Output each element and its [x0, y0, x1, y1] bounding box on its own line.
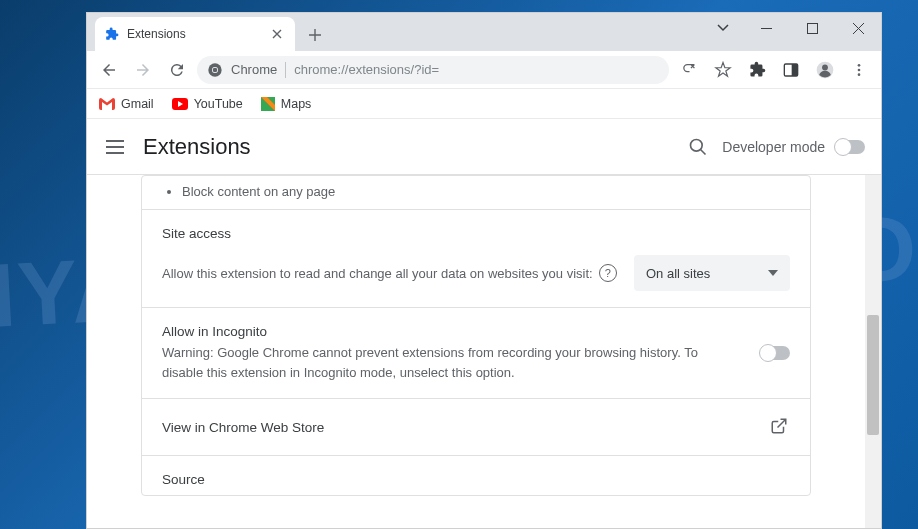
address-bar[interactable]: Chrome chrome://extensions/?id=: [197, 56, 669, 84]
webstore-label: View in Chrome Web Store: [162, 420, 324, 435]
svg-point-13: [691, 139, 703, 151]
site-access-section: Site access Allow this extension to read…: [142, 209, 810, 307]
bookmark-label: Maps: [281, 97, 312, 111]
share-icon[interactable]: [675, 56, 703, 84]
reload-button[interactable]: [163, 56, 191, 84]
gmail-icon: [99, 98, 115, 110]
permissions-section: Block content on any page: [142, 176, 810, 209]
incognito-title: Allow in Incognito: [162, 324, 732, 339]
new-tab-button[interactable]: [301, 21, 329, 49]
bookmark-youtube[interactable]: YouTube: [172, 97, 243, 111]
maps-icon: [261, 97, 275, 111]
titlebar: Extensions: [87, 13, 881, 51]
maximize-button[interactable]: [789, 13, 835, 43]
window-controls: [703, 13, 881, 43]
puzzle-icon: [105, 27, 119, 41]
toolbar: Chrome chrome://extensions/?id=: [87, 51, 881, 89]
content-scroll: Block content on any page Site access Al…: [87, 175, 865, 528]
extensions-header: Extensions Developer mode: [87, 119, 881, 175]
bookmark-label: Gmail: [121, 97, 154, 111]
launch-icon: [770, 417, 790, 437]
webstore-row[interactable]: View in Chrome Web Store: [142, 398, 810, 455]
incognito-desc: Warning: Google Chrome cannot prevent ex…: [162, 343, 732, 382]
bookmark-maps[interactable]: Maps: [261, 97, 312, 111]
svg-point-3: [213, 67, 218, 72]
browser-window: Extensions: [86, 12, 882, 529]
minimize-button[interactable]: [743, 13, 789, 43]
search-icon[interactable]: [684, 133, 712, 161]
chevron-down-icon: [768, 270, 778, 276]
svg-point-8: [858, 64, 861, 67]
hamburger-menu-icon[interactable]: [103, 135, 127, 159]
incognito-section: Allow in Incognito Warning: Google Chrom…: [142, 307, 810, 398]
profile-icon[interactable]: [811, 56, 839, 84]
scrollbar-thumb[interactable]: [867, 315, 879, 435]
tab-search-button[interactable]: [703, 13, 743, 43]
bookmark-star-icon[interactable]: [709, 56, 737, 84]
extensions-icon[interactable]: [743, 56, 771, 84]
site-access-prompt: Allow this extension to read and change …: [162, 264, 617, 282]
developer-mode-label: Developer mode: [722, 139, 825, 155]
help-icon[interactable]: ?: [599, 264, 617, 282]
select-value: On all sites: [646, 266, 710, 281]
menu-dots-icon[interactable]: [845, 56, 873, 84]
svg-point-9: [858, 68, 861, 71]
permission-item: Block content on any page: [182, 184, 790, 199]
page-title: Extensions: [143, 134, 251, 160]
back-button[interactable]: [95, 56, 123, 84]
source-title: Source: [162, 472, 790, 487]
browser-tab[interactable]: Extensions: [95, 17, 295, 51]
sidepanel-icon[interactable]: [777, 56, 805, 84]
bookmark-label: YouTube: [194, 97, 243, 111]
developer-mode-toggle[interactable]: [835, 140, 865, 154]
bookmarks-bar: Gmail YouTube Maps: [87, 89, 881, 119]
content-area: Block content on any page Site access Al…: [87, 175, 881, 528]
tab-close-button[interactable]: [269, 26, 285, 42]
source-section: Source: [142, 455, 810, 495]
site-access-title: Site access: [162, 226, 790, 241]
close-button[interactable]: [835, 13, 881, 43]
extension-details-card: Block content on any page Site access Al…: [141, 175, 811, 496]
youtube-icon: [172, 98, 188, 110]
forward-button[interactable]: [129, 56, 157, 84]
bookmark-gmail[interactable]: Gmail: [99, 97, 154, 111]
scrollbar[interactable]: [865, 175, 881, 528]
omnibox-url: chrome://extensions/?id=: [294, 62, 439, 77]
tab-title: Extensions: [127, 27, 261, 41]
incognito-toggle[interactable]: [760, 346, 790, 360]
svg-point-10: [858, 73, 861, 76]
site-access-select[interactable]: On all sites: [634, 255, 790, 291]
svg-rect-5: [792, 64, 798, 76]
chrome-icon: [207, 62, 223, 78]
svg-rect-0: [807, 23, 817, 33]
omnibox-separator: [285, 62, 286, 78]
omnibox-label: Chrome: [231, 62, 277, 77]
toolbar-icons: [675, 56, 873, 84]
svg-point-7: [822, 64, 828, 70]
